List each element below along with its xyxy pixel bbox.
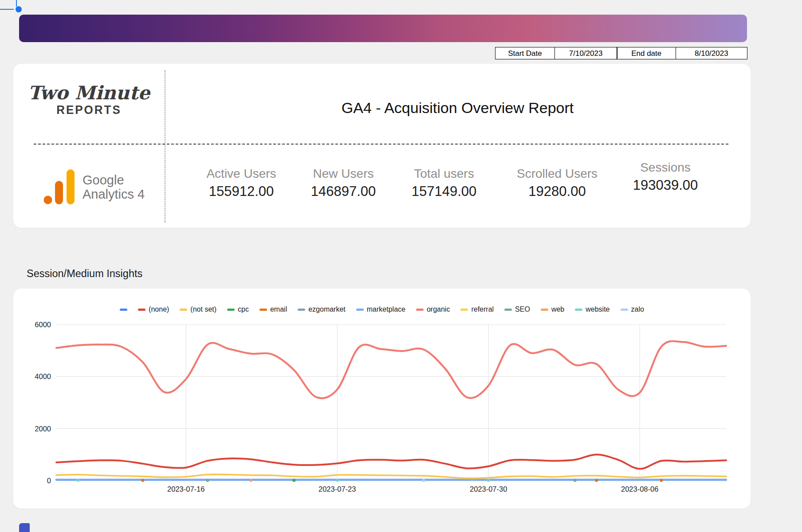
metric-active-users: Active Users 155912.00 bbox=[206, 167, 276, 200]
report-header-card: Two Minute REPORTS GA4 - Acquisition Ove… bbox=[13, 64, 751, 228]
metric-new-users: New Users 146897.00 bbox=[311, 167, 376, 200]
report-page: Start Date 7/10/2023 End date 8/10/2023 … bbox=[0, 0, 802, 532]
svg-text:2000: 2000 bbox=[35, 425, 51, 433]
ga4-logo-text: Google Analytics 4 bbox=[83, 173, 145, 202]
svg-text:2023-07-30: 2023-07-30 bbox=[470, 485, 507, 493]
metric-value: 19280.00 bbox=[517, 184, 598, 200]
next-section-bar-corner bbox=[19, 523, 30, 532]
metric-value: 193039.00 bbox=[633, 177, 698, 193]
report-title: GA4 - Acquisition Overview Report bbox=[165, 99, 751, 117]
start-date-label-cell[interactable]: Start Date bbox=[495, 47, 555, 59]
session-medium-chart-card: (none)(not set)cpcemailezgomarketmarketp… bbox=[13, 289, 751, 509]
two-minute-reports-logo: Two Minute REPORTS bbox=[13, 83, 165, 117]
svg-text:2023-08-06: 2023-08-06 bbox=[621, 485, 658, 493]
google-analytics-logo: Google Analytics 4 bbox=[43, 169, 145, 205]
logo-caps-text: REPORTS bbox=[13, 102, 165, 117]
metric-total-users: Total users 157149.00 bbox=[412, 167, 477, 200]
selection-guide-horizontal bbox=[0, 9, 14, 10]
end-date-value-cell[interactable]: 8/10/2023 bbox=[676, 47, 747, 59]
logo-script-text: Two Minute bbox=[13, 83, 165, 103]
section-title: Session/Medium Insights bbox=[27, 268, 142, 280]
svg-text:6000: 6000 bbox=[35, 321, 51, 329]
metric-label: New Users bbox=[311, 167, 376, 181]
svg-text:0: 0 bbox=[47, 477, 51, 485]
metric-label: Active Users bbox=[206, 167, 276, 181]
end-date-label-cell[interactable]: End date bbox=[617, 47, 676, 59]
selection-guide-vertical bbox=[16, 0, 17, 7]
vertical-dotted-divider bbox=[165, 70, 165, 223]
svg-text:2023-07-16: 2023-07-16 bbox=[167, 485, 204, 493]
date-filter: Start Date 7/10/2023 End date 8/10/2023 bbox=[495, 47, 747, 59]
metric-value: 157149.00 bbox=[412, 184, 477, 200]
svg-text:4000: 4000 bbox=[35, 372, 51, 380]
metric-label: Total users bbox=[412, 167, 477, 181]
metric-value: 155912.00 bbox=[206, 184, 276, 200]
horizontal-dashed-divider bbox=[34, 144, 728, 145]
metric-scrolled-users: Scrolled Users 19280.00 bbox=[517, 167, 598, 200]
ga4-bars-icon bbox=[43, 169, 76, 205]
header-gradient-bar bbox=[19, 15, 747, 42]
start-date-value-cell[interactable]: 7/10/2023 bbox=[554, 47, 617, 59]
metric-label: Sessions bbox=[633, 160, 698, 175]
selection-handle-dot[interactable] bbox=[16, 6, 22, 12]
metric-sessions: Sessions 193039.00 bbox=[633, 160, 698, 193]
sessions-by-medium-line-chart: 02000400060002023-07-162023-07-232023-07… bbox=[13, 289, 751, 509]
metric-label: Scrolled Users bbox=[517, 167, 598, 181]
svg-text:2023-07-23: 2023-07-23 bbox=[318, 485, 356, 493]
metric-value: 146897.00 bbox=[311, 184, 376, 200]
